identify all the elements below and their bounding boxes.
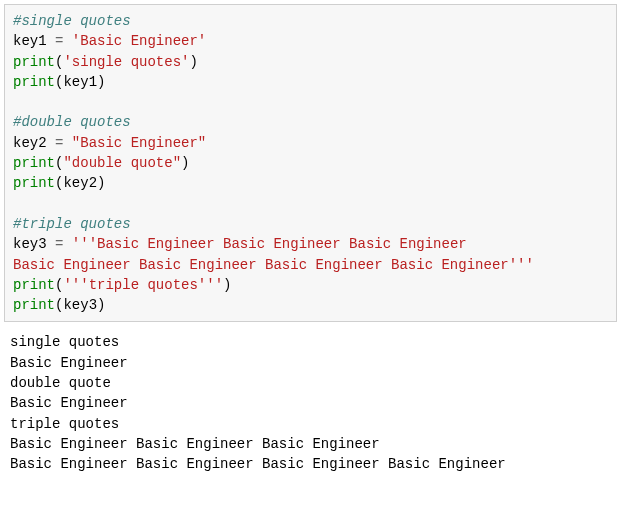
- operator: =: [47, 236, 72, 252]
- builtin-print: print: [13, 74, 55, 90]
- builtin-print: print: [13, 54, 55, 70]
- paren: ): [181, 155, 189, 171]
- builtin-print: print: [13, 175, 55, 191]
- string-literal: '''Basic Engineer Basic Engineer Basic E…: [72, 236, 467, 252]
- string-literal: 'Basic Engineer': [72, 33, 206, 49]
- argument: key2: [63, 175, 97, 191]
- output-line: double quote: [10, 375, 111, 391]
- output-line: Basic Engineer: [10, 395, 128, 411]
- string-literal: "Basic Engineer": [72, 135, 206, 151]
- output-line: Basic Engineer: [10, 355, 128, 371]
- builtin-print: print: [13, 297, 55, 313]
- string-literal: "double quote": [63, 155, 181, 171]
- comment: #single quotes: [13, 13, 131, 29]
- operator: =: [47, 33, 72, 49]
- var-name: key1: [13, 33, 47, 49]
- paren: ): [97, 297, 105, 313]
- string-literal: 'single quotes': [63, 54, 189, 70]
- comment: #triple quotes: [13, 216, 131, 232]
- string-literal: Basic Engineer Basic Engineer Basic Engi…: [13, 257, 534, 273]
- argument: key3: [63, 297, 97, 313]
- operator: =: [47, 135, 72, 151]
- output-line: single quotes: [10, 334, 119, 350]
- argument: key1: [63, 74, 97, 90]
- paren: ): [97, 175, 105, 191]
- paren: ): [97, 74, 105, 90]
- builtin-print: print: [13, 277, 55, 293]
- comment: #double quotes: [13, 114, 131, 130]
- paren: ): [223, 277, 231, 293]
- string-literal: '''triple quotes''': [63, 277, 223, 293]
- var-name: key3: [13, 236, 47, 252]
- output-cell: single quotes Basic Engineer double quot…: [0, 326, 621, 480]
- code-cell: #single quotes key1 = 'Basic Engineer' p…: [4, 4, 617, 322]
- output-line: Basic Engineer Basic Engineer Basic Engi…: [10, 436, 380, 452]
- paren: ): [189, 54, 197, 70]
- var-name: key2: [13, 135, 47, 151]
- output-line: triple quotes: [10, 416, 119, 432]
- output-line: Basic Engineer Basic Engineer Basic Engi…: [10, 456, 506, 472]
- builtin-print: print: [13, 155, 55, 171]
